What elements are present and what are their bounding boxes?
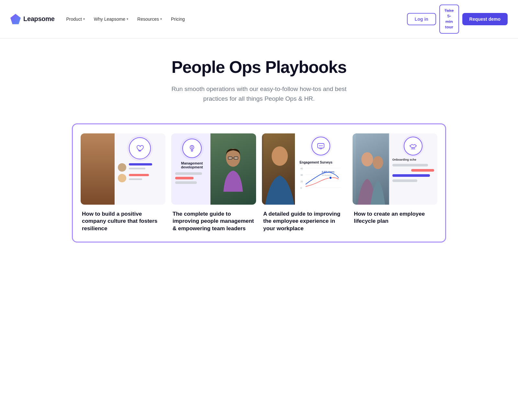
svg-point-26: [361, 152, 373, 166]
login-button[interactable]: Log in: [407, 13, 436, 25]
card-1-photo: [81, 133, 116, 205]
nav-left: Leapsome Product ▾ Why Leapsome ▾ Resour…: [10, 14, 189, 24]
card-4-panel: Onboarding sche: [389, 133, 437, 205]
svg-text:0: 0: [300, 187, 302, 189]
logo-text[interactable]: Leapsome: [23, 15, 55, 23]
svg-text:20: 20: [300, 180, 303, 183]
two-people-photo: [353, 133, 392, 205]
svg-text:2,321 Users: 2,321 Users: [322, 171, 334, 173]
svg-point-22: [329, 176, 332, 179]
person-photo: [262, 133, 298, 205]
nav-why-leapsome[interactable]: Why Leapsome ▾: [90, 14, 132, 24]
handshake-icon: [404, 137, 422, 155]
card-4-text: How to create an employee lifecycle plan: [353, 210, 437, 225]
page-title: People Ops Playbooks: [124, 58, 394, 76]
card-1-image: [81, 133, 165, 205]
logo-icon: [10, 14, 21, 24]
svg-point-27: [373, 156, 383, 169]
hero-section: People Ops Playbooks Run smooth operatio…: [113, 39, 405, 117]
request-demo-button[interactable]: Request demo: [462, 13, 508, 25]
avatar-female: [118, 174, 126, 182]
hero-subtitle: Run smooth operations with our easy-to-f…: [162, 84, 356, 104]
svg-rect-5: [228, 157, 232, 159]
avatar-male: [118, 163, 126, 172]
chevron-down-icon: ▾: [127, 17, 128, 21]
take-tour-button[interactable]: Take 5- min tour: [439, 5, 459, 34]
card-3-text: A detailed guide to improving the employ…: [262, 210, 347, 233]
card-1-panel: [115, 133, 165, 205]
card-culture[interactable]: How to build a positive company culture …: [81, 133, 165, 233]
card-4-photo: [353, 133, 392, 205]
svg-point-2: [191, 147, 193, 148]
svg-text:30: 30: [300, 174, 303, 176]
chevron-down-icon: ▾: [160, 17, 162, 21]
engagement-chart: Engagement Surveys 40 30 20 0: [298, 158, 344, 195]
card-3-panel: Engagement Surveys 40 30 20 0: [295, 133, 347, 205]
card-4-title: How to create an employee lifecycle plan: [354, 210, 436, 225]
svg-point-9: [272, 146, 288, 166]
chart-title: Engagement Surveys: [299, 161, 342, 164]
svg-point-13: [322, 145, 323, 146]
card-2-text: The complete guide to improving people m…: [171, 210, 256, 233]
card-lifecycle[interactable]: Onboarding sche How to create an employe…: [353, 133, 437, 233]
lightbulb-head-icon: [182, 139, 202, 158]
svg-text:40: 40: [300, 167, 303, 170]
nav-resources[interactable]: Resources ▾: [133, 14, 166, 24]
card-4-image: Onboarding sche: [353, 133, 437, 205]
nav-product[interactable]: Product ▾: [62, 14, 89, 24]
card-2-label: Management development: [175, 161, 209, 169]
card-3-image: Engagement Surveys 40 30 20 0: [262, 133, 347, 205]
avatar-row-1: [118, 163, 162, 172]
card-2-photo: [210, 133, 256, 205]
heart-care-icon: [129, 137, 151, 159]
chart-svg: 40 30 20 0: [299, 165, 342, 191]
nav-right: Log in Take 5- min tour Request demo: [407, 5, 508, 34]
cards-wrapper: How to build a positive company culture …: [72, 123, 446, 243]
card-management[interactable]: Management development: [171, 133, 256, 233]
svg-rect-6: [234, 157, 238, 159]
onboarding-label: Onboarding sche: [392, 158, 434, 161]
card-3-photo: [262, 133, 298, 205]
cards-section: How to build a positive company culture …: [62, 117, 456, 262]
card-1-photo-inner: [81, 133, 116, 205]
card-2-image: Management development: [171, 133, 256, 205]
card-1-text: How to build a positive company culture …: [81, 210, 165, 233]
navbar: Leapsome Product ▾ Why Leapsome ▾ Resour…: [0, 0, 518, 39]
avatar-row-2: [118, 174, 162, 182]
card-engagement[interactable]: Engagement Surveys 40 30 20 0: [262, 133, 347, 233]
svg-point-11: [319, 145, 320, 146]
card-3-title: A detailed guide to improving the employ…: [263, 210, 345, 233]
chat-survey-icon: [311, 137, 330, 155]
nav-pricing[interactable]: Pricing: [167, 14, 189, 24]
svg-point-12: [321, 145, 321, 146]
chevron-down-icon: ▾: [83, 17, 85, 21]
card-1-title: How to build a positive company culture …: [82, 210, 164, 233]
nav-links: Product ▾ Why Leapsome ▾ Resources ▾ Pri…: [62, 14, 189, 24]
svg-text:26 Surveys: 26 Surveys: [322, 174, 332, 176]
person-silhouette: [220, 146, 246, 192]
cards-grid: How to build a positive company culture …: [81, 133, 437, 233]
card-2-left-panel: Management development: [171, 133, 212, 205]
card-2-title: The complete guide to improving people m…: [173, 210, 255, 233]
